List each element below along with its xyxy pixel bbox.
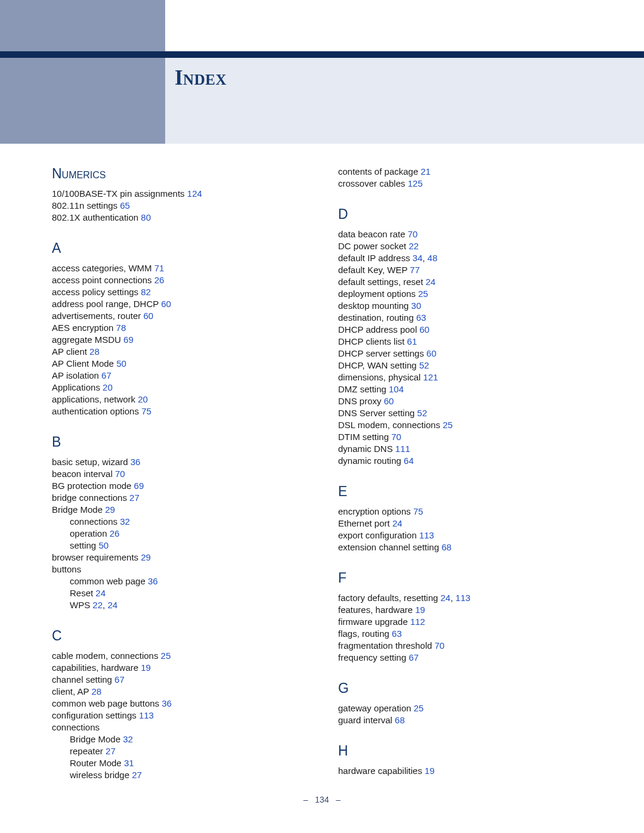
index-entry-text: beacon interval: [52, 469, 115, 479]
page-ref-link[interactable]: 31: [124, 758, 134, 768]
page-ref-link[interactable]: 19: [141, 662, 151, 673]
page-ref-link[interactable]: 22: [92, 600, 103, 610]
page-ref-link[interactable]: 121: [423, 372, 438, 382]
page-ref-link[interactable]: 22: [408, 241, 419, 251]
page-ref-link[interactable]: 29: [105, 504, 115, 515]
page-ref-link[interactable]: 63: [416, 312, 426, 323]
page-ref-link[interactable]: 21: [420, 166, 431, 176]
page-ref-link[interactable]: 111: [395, 444, 410, 454]
page-ref-link[interactable]: 69: [134, 481, 144, 491]
page-ref-link[interactable]: 68: [441, 542, 451, 552]
index-entry-text: guard interval: [338, 715, 395, 725]
index-entry: basic setup, wizard 36: [52, 456, 307, 468]
index-entry-text: fragmentation threshold: [338, 640, 435, 651]
page-ref-link[interactable]: 70: [115, 469, 125, 479]
page-ref-link[interactable]: 34: [413, 253, 423, 263]
page-ref-link[interactable]: 26: [110, 528, 120, 538]
page-ref-link[interactable]: 32: [123, 734, 133, 744]
page-ref-link[interactable]: 27: [106, 746, 116, 756]
page-ref-link[interactable]: 48: [428, 253, 438, 263]
page-ref-link[interactable]: 60: [143, 311, 153, 321]
page-ref-link[interactable]: 69: [123, 335, 134, 345]
page-ref-link[interactable]: 26: [154, 275, 165, 285]
index-entry-text: DTIM setting: [338, 432, 391, 442]
page-ref-link[interactable]: 77: [410, 265, 420, 275]
page-ref-link[interactable]: 25: [161, 651, 171, 661]
page-ref-link[interactable]: 75: [141, 406, 151, 416]
page-ref-link[interactable]: 25: [414, 703, 424, 713]
page-ref-link[interactable]: 19: [425, 766, 435, 776]
page-ref-link[interactable]: 50: [98, 540, 109, 550]
page-ref-link[interactable]: 67: [101, 370, 112, 380]
page-ref-link[interactable]: 113: [139, 710, 154, 720]
index-entry-text: Ethernet port: [338, 518, 392, 528]
page-ref-link[interactable]: 28: [91, 686, 101, 696]
page-ref-link[interactable]: 104: [389, 384, 404, 394]
page-ref-link[interactable]: 19: [415, 605, 425, 615]
page-ref-link[interactable]: 113: [419, 530, 434, 540]
page-ref-link[interactable]: 67: [114, 674, 125, 685]
page-ref-link[interactable]: 24: [95, 588, 106, 598]
page-ref-link[interactable]: 36: [131, 457, 141, 467]
page-ref-link[interactable]: 27: [129, 493, 140, 503]
page-ref-link[interactable]: 65: [120, 200, 130, 210]
index-entry: firmware upgrade 112: [338, 616, 593, 628]
index-entry-text: default IP address: [338, 253, 413, 263]
page-ref-link[interactable]: 70: [435, 640, 445, 651]
page-ref-link[interactable]: 24: [441, 593, 451, 603]
page-ref-link[interactable]: 52: [419, 360, 429, 370]
page-ref-link[interactable]: 28: [89, 346, 100, 357]
page-ref-link[interactable]: 60: [161, 299, 171, 309]
index-entry: dynamic routing 64: [338, 455, 593, 467]
page-ref-link[interactable]: 27: [132, 770, 142, 780]
page-ref-link[interactable]: 80: [141, 212, 151, 222]
page-ref-link[interactable]: 32: [120, 516, 130, 527]
index-entry-text: dynamic DNS: [338, 444, 395, 454]
index-entry-text: DC power socket: [338, 241, 408, 251]
page-ref-link[interactable]: 78: [116, 323, 126, 333]
index-entry: channel setting 67: [52, 674, 307, 686]
index-entry-text: Bridge Mode: [70, 734, 123, 744]
page-ref-link[interactable]: 50: [116, 358, 126, 368]
page-ref-link[interactable]: 124: [187, 188, 202, 199]
page-ref-link[interactable]: 71: [154, 263, 165, 273]
index-entry-text: bridge connections: [52, 493, 129, 503]
page-ref-link[interactable]: 20: [138, 394, 148, 404]
page-ref-link[interactable]: 25: [418, 289, 428, 299]
index-entry: DNS proxy 60: [338, 395, 593, 407]
page-ref-link[interactable]: 125: [408, 178, 423, 188]
page-ref-link[interactable]: 70: [391, 432, 401, 442]
index-entry-text: desktop mounting: [338, 301, 411, 311]
page-ref-link[interactable]: 29: [141, 552, 151, 562]
section-heading: D: [338, 206, 593, 222]
index-entry-text: AP Client Mode: [52, 358, 116, 368]
page-ref-link[interactable]: 36: [162, 698, 172, 708]
page-ref-link[interactable]: 75: [413, 506, 423, 516]
index-entry-text: contents of package: [338, 166, 420, 176]
page-ref-link[interactable]: 52: [417, 408, 428, 418]
page-ref-link[interactable]: 113: [456, 593, 470, 603]
page-ref-link[interactable]: 61: [407, 336, 417, 346]
page-ref-link[interactable]: 24: [107, 600, 117, 610]
page-ref-link[interactable]: 68: [395, 715, 405, 725]
page-ref-link[interactable]: 60: [426, 348, 436, 358]
page-ref-link[interactable]: 64: [404, 456, 414, 466]
index-entry: AES encryption 78: [52, 322, 307, 334]
page-ref-link[interactable]: 67: [408, 652, 419, 662]
index-entry-text: dimensions, physical: [338, 372, 423, 382]
page-ref-link[interactable]: 25: [442, 420, 453, 430]
page-ref-link[interactable]: 24: [392, 518, 402, 528]
page-ref-link[interactable]: 30: [411, 301, 422, 311]
index-entry-text: Reset: [70, 588, 95, 598]
page-ref-link[interactable]: 24: [426, 277, 436, 287]
index-entry-text: operation: [70, 528, 110, 538]
page-ref-link[interactable]: 82: [141, 287, 151, 297]
page-ref-link[interactable]: 70: [408, 229, 418, 239]
page-ref-link[interactable]: 60: [419, 324, 429, 335]
page-ref-link[interactable]: 63: [392, 628, 402, 639]
page-ref-link[interactable]: 20: [103, 382, 113, 392]
page-ref-link[interactable]: 112: [410, 617, 425, 627]
index-entry-text: setting: [70, 540, 98, 550]
page-ref-link[interactable]: 60: [384, 396, 394, 406]
page-ref-link[interactable]: 36: [148, 576, 158, 586]
